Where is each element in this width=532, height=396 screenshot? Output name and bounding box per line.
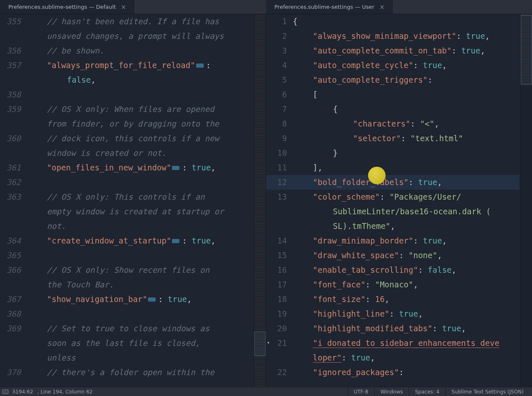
code-text: unless [47,353,76,362]
code-text: "always_show_minimap_viewport" [313,31,456,41]
code-text: true [461,46,481,55]
code-text: // there's a folder open within the [47,368,214,377]
cursor-highlight-icon [368,167,386,184]
code-text: "highlight_modified_tabs" [313,324,432,333]
code-text: "draw_white_space" [313,251,399,260]
close-icon[interactable]: × [379,3,386,11]
fold-icon[interactable] [196,63,204,68]
status-syntax[interactable]: Sublime Text Settings (JSON) [445,387,529,396]
status-encoding[interactable]: UTF-8 [348,387,374,396]
code-text: loper" [313,353,342,362]
status-linecol[interactable]: , Line 194, Column 62 [37,389,92,395]
code-text: 16 [375,294,385,304]
code-text: "text.html" [410,134,463,143]
editor-pane-user[interactable]: 1{ 2"always_show_minimap_viewport": true… [266,14,532,387]
code-text: "font_face" [313,280,366,289]
code-text: "open_files_in_new_window" [47,163,171,172]
status-indentation[interactable]: Spaces: 4 [409,387,445,396]
code-text: "characters" [353,119,410,128]
code-text: SL).tmTheme" [333,221,390,231]
tab-strip: Preferences.sublime-settings — Default ×… [0,0,532,14]
close-icon[interactable]: × [120,3,127,11]
status-line-endings[interactable]: Windows [374,387,409,396]
code-text: "color_scheme" [313,192,380,201]
minimap-viewport[interactable] [254,332,266,356]
code-text: not. [47,221,66,231]
code-text: empty window is created at startup or [47,207,224,216]
code-text: "always_prompt_for_file_reload" [47,61,195,70]
code-text: true [423,61,442,70]
code-text: true [192,163,211,172]
code-text: true [466,31,485,41]
code-text: SublimeLinter/base16-ocean.dark ( [333,207,491,216]
panel-switcher-icon[interactable] [3,390,8,394]
code-text: "i_donated_to_sidebar_enhancements_deve [313,338,499,348]
code-text: // OS X only: When files are opened [47,104,214,114]
code-text: true [192,236,211,245]
code-text: "create_window_at_startup" [47,236,171,245]
code-text: "auto_complete_cycle" [313,61,413,70]
code-text: the Touch Bar. [47,280,114,289]
tab-label: Preferences.sublime-settings — Default [8,4,116,10]
code-text: "selector" [353,134,401,143]
fold-icon[interactable] [172,166,179,170]
tab-default-settings[interactable]: Preferences.sublime-settings — Default × [0,0,134,14]
line-number: 355 [0,14,27,29]
code-text: "bold_folder_labels" [313,178,409,187]
status-bar: λ194:62 , Line 194, Column 62 UTF-8 Wind… [0,387,532,396]
code-text: window is created or not. [47,148,166,157]
minimap[interactable] [520,14,532,387]
code-text: "enable_tab_scrolling" [313,265,418,274]
code-text: "draw_minimap_border" [313,236,413,245]
code-text: true [442,324,461,333]
code-text: "highlight_line" [313,309,389,318]
code-text: // OS X only: Show recent files on [47,265,210,274]
code-text: "auto_complete_triggers" [313,75,428,84]
code-text: soon as the last file is closed, [47,338,200,348]
code-text: true [399,309,418,318]
code-text: // OS X only: This controls if an [47,192,205,201]
code-text: // hasn't been edited. If a file has [47,17,219,26]
code-text: "Monaco" [375,280,414,289]
fold-icon[interactable] [148,297,156,302]
editor-pane-default[interactable]: 355// hasn't been edited. If a file has … [0,14,266,387]
tab-label: Preferences.sublime-settings — User [274,4,374,10]
code-text: // dock icon, this controls if a new [47,134,219,143]
code-text: "Packages/User/ [389,192,461,201]
tab-user-settings[interactable]: Preferences.sublime-settings — User × [266,0,393,14]
code-text: true [351,353,371,362]
code-text: true [418,178,437,187]
code-text: true [423,236,442,245]
status-position[interactable]: λ194:62 [13,389,33,395]
code-text: "auto_complete_commit_on_tab" [313,46,452,55]
code-text: false [428,265,452,274]
code-text: "font_size" [313,294,366,304]
code-text: true [168,294,187,304]
code-text: "show_navigation_bar" [47,294,147,304]
minimap-viewport[interactable] [521,15,532,84]
code-text: from finder, or by dragging onto the [47,119,219,128]
code-text: // Set to true to close windows as [47,324,210,333]
code-text: "ignored_packages" [313,368,399,377]
code-text: "none" [409,251,437,260]
code-text: // be shown. [47,46,104,55]
code-text: "<" [420,119,434,128]
fold-icon[interactable] [172,239,179,243]
code-text: false [67,75,91,84]
code-text: unsaved changes, a prompt will always [47,31,224,41]
gutter-dot-icon: • [267,336,270,350]
minimap[interactable] [254,14,266,387]
